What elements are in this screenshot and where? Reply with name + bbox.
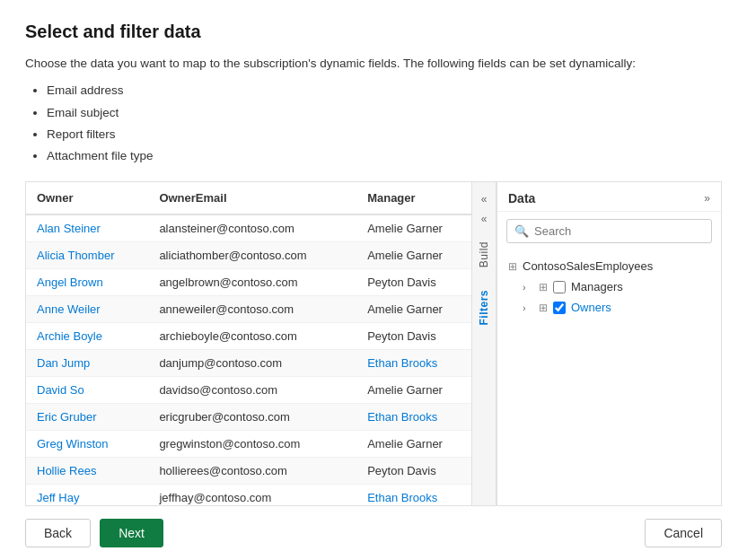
- table-header-row: Owner OwnerEmail Manager: [26, 182, 471, 214]
- col-manager: Manager: [356, 182, 471, 214]
- email-cell: archieboyle@contoso.com: [148, 323, 356, 350]
- bullet-item-1: Email address: [47, 80, 722, 101]
- owner-cell[interactable]: Eric Gruber: [26, 404, 148, 431]
- owner-cell[interactable]: Hollie Rees: [26, 458, 148, 485]
- email-cell: alansteiner@contoso.com: [148, 214, 356, 242]
- chevron-owners-icon: ›: [523, 302, 533, 313]
- table-row[interactable]: Angel Brownangelbrown@contoso.comPeyton …: [26, 269, 471, 296]
- manager-cell: Amelie Garner: [356, 377, 471, 404]
- manager-cell: Ethan Brooks: [356, 485, 471, 505]
- chevron-managers-icon: ›: [523, 282, 533, 293]
- manager-cell: Amelie Garner: [356, 242, 471, 269]
- manager-cell: Amelie Garner: [356, 214, 471, 242]
- manager-cell: Ethan Brooks: [356, 350, 471, 377]
- email-cell: angelbrown@contoso.com: [148, 269, 356, 296]
- owners-checkbox[interactable]: [553, 302, 566, 314]
- col-owner-email: OwnerEmail: [148, 182, 356, 214]
- search-icon: 🔍: [514, 224, 529, 238]
- nav-arrows: « «: [474, 189, 494, 229]
- right-panel-title: Data: [508, 191, 535, 206]
- table-section[interactable]: Owner OwnerEmail Manager Alan Steinerala…: [26, 182, 471, 505]
- col-owner: Owner: [26, 182, 148, 214]
- bullet-item-3: Report filters: [47, 124, 722, 145]
- search-box[interactable]: 🔍: [506, 219, 712, 243]
- bullet-item-2: Email subject: [47, 102, 722, 124]
- owner-cell[interactable]: Alicia Thomber: [26, 242, 148, 269]
- email-cell: aliciathomber@contoso.com: [148, 242, 356, 269]
- right-panel-header: Data »: [497, 182, 721, 212]
- tree-section: ⊞ ContosoSalesEmployees › ⊞ Managers › ⊞…: [497, 250, 721, 505]
- manager-cell: Amelie Garner: [356, 431, 471, 458]
- table-row[interactable]: David Sodavidso@contoso.comAmelie Garner: [26, 377, 471, 404]
- cancel-button[interactable]: Cancel: [645, 519, 722, 547]
- expand-right-arrow[interactable]: »: [704, 192, 710, 205]
- table-row[interactable]: Alan Steineralansteiner@contoso.comAmeli…: [26, 214, 471, 242]
- owner-cell[interactable]: Alan Steiner: [26, 214, 148, 242]
- owner-cell[interactable]: Greg Winston: [26, 431, 148, 458]
- manager-cell: Peyton Davis: [356, 269, 471, 296]
- table-row[interactable]: Dan Jumpdanjump@contoso.comEthan Brooks: [26, 350, 471, 377]
- manager-cell: Peyton Davis: [356, 458, 471, 485]
- managers-checkbox[interactable]: [553, 281, 566, 293]
- table-row[interactable]: Eric Gruberericgruber@contoso.comEthan B…: [26, 404, 471, 431]
- manager-cell: Peyton Davis: [356, 323, 471, 350]
- bottom-bar: Back Next Cancel: [25, 506, 722, 560]
- table-managers-icon: ⊞: [539, 281, 548, 293]
- table-row[interactable]: Hollie Reeshollierees@contoso.comPeyton …: [26, 458, 471, 485]
- tree-item-owners[interactable]: › ⊞ Owners: [505, 297, 714, 318]
- page-container: Select and filter data Choose the data y…: [0, 0, 747, 560]
- table-row[interactable]: Archie Boylearchieboyle@contoso.comPeyto…: [26, 323, 471, 350]
- main-area: Owner OwnerEmail Manager Alan Steinerala…: [25, 181, 722, 506]
- right-panel: Data » 🔍 ⊞ ContosoSalesEmployees › ⊞ Man…: [497, 182, 721, 505]
- collapse-left-arrow-1[interactable]: «: [474, 189, 494, 209]
- owner-cell[interactable]: Angel Brown: [26, 269, 148, 296]
- build-tab[interactable]: Build: [474, 232, 494, 276]
- page-title: Select and filter data: [25, 22, 722, 42]
- table-row[interactable]: Greg Winstongregwinston@contoso.comAmeli…: [26, 431, 471, 458]
- owner-cell[interactable]: Archie Boyle: [26, 323, 148, 350]
- email-cell: hollierees@contoso.com: [148, 458, 356, 485]
- email-cell: ericgruber@contoso.com: [148, 404, 356, 431]
- owner-cell[interactable]: Anne Weiler: [26, 296, 148, 323]
- bottom-left-buttons: Back Next: [25, 519, 163, 547]
- managers-label: Managers: [571, 280, 623, 293]
- side-tabs-panel: « « Build Filters: [471, 182, 497, 505]
- next-button[interactable]: Next: [100, 519, 163, 547]
- table-row[interactable]: Jeff Hayjeffhay@contoso.comEthan Brooks: [26, 485, 471, 505]
- email-cell: danjump@contoso.com: [148, 350, 356, 377]
- email-cell: gregwinston@contoso.com: [148, 431, 356, 458]
- table-owners-icon: ⊞: [539, 302, 548, 314]
- table-row[interactable]: Alicia Thomberaliciathomber@contoso.comA…: [26, 242, 471, 269]
- page-description: Choose the data you want to map to the s…: [25, 55, 722, 73]
- email-cell: jeffhay@contoso.com: [148, 485, 356, 505]
- database-icon: ⊞: [508, 260, 517, 273]
- tree-db-row: ⊞ ContosoSalesEmployees: [505, 256, 714, 276]
- db-name: ContosoSalesEmployees: [523, 259, 653, 273]
- bullet-item-4: Attachment file type: [47, 145, 722, 167]
- email-cell: davidso@contoso.com: [148, 377, 356, 404]
- manager-cell: Amelie Garner: [356, 296, 471, 323]
- owners-label: Owners: [571, 301, 611, 314]
- owner-cell[interactable]: David So: [26, 377, 148, 404]
- owner-cell[interactable]: Dan Jump: [26, 350, 148, 377]
- manager-cell: Ethan Brooks: [356, 404, 471, 431]
- email-cell: anneweiler@contoso.com: [148, 296, 356, 323]
- search-input[interactable]: [534, 224, 704, 238]
- owner-cell[interactable]: Jeff Hay: [26, 485, 148, 505]
- filters-tab[interactable]: Filters: [474, 281, 494, 335]
- collapse-left-arrow-2[interactable]: «: [474, 209, 494, 229]
- table-row[interactable]: Anne Weileranneweiler@contoso.comAmelie …: [26, 296, 471, 323]
- back-button[interactable]: Back: [25, 519, 91, 547]
- tree-item-managers[interactable]: › ⊞ Managers: [505, 276, 714, 297]
- data-table: Owner OwnerEmail Manager Alan Steinerala…: [26, 182, 471, 505]
- bullet-list: Email address Email subject Report filte…: [25, 80, 722, 167]
